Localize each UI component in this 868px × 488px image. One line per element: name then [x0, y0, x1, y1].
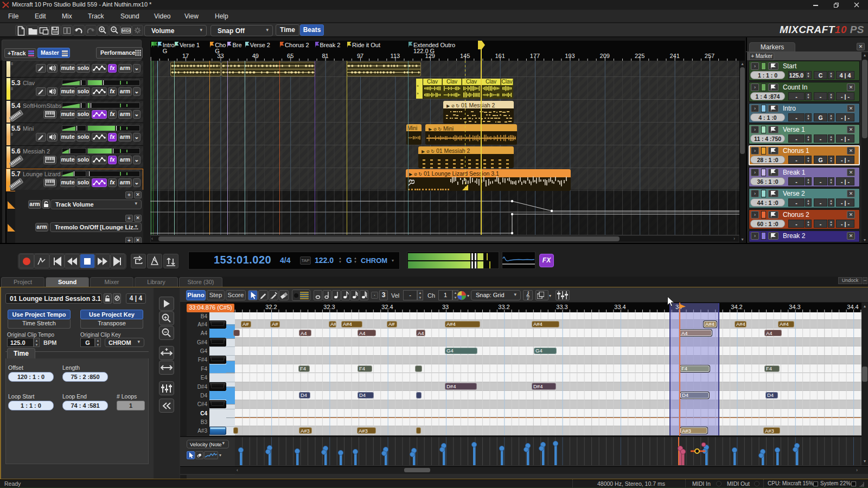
svg-text:MIDI: MIDI [122, 29, 130, 33]
